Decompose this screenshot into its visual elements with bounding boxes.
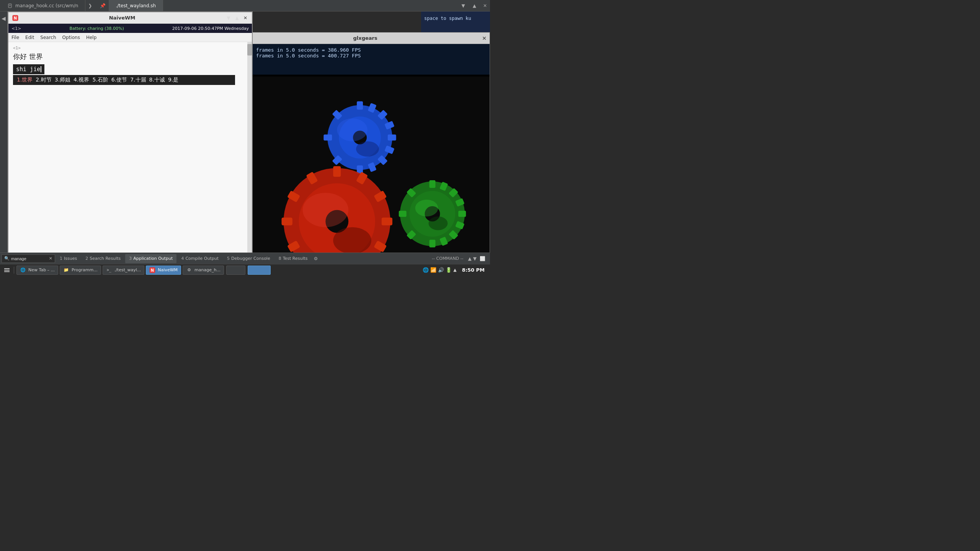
svg-rect-61 (4, 271, 10, 272)
candidate-4[interactable]: 4.视界 (74, 77, 89, 83)
main-content: ◀ N NaiveWM ▼ ▲ ✕ <1> Battery: charing (… (0, 11, 490, 253)
menu-options[interactable]: Options (62, 35, 80, 40)
tab-scroll-down[interactable]: ▼ (457, 3, 469, 8)
tab-settings-icon[interactable]: ⚙ (312, 256, 320, 261)
candidate-6[interactable]: 6.使节 (111, 77, 127, 83)
taskbar-empty-slot-1[interactable] (226, 266, 245, 275)
svg-rect-48 (399, 211, 407, 217)
taskbar-sys-icons: 🌐 📶 🔊 🔋 ▲ (423, 267, 456, 273)
battery-icon: 🔋 (446, 267, 452, 273)
svg-point-21 (337, 119, 368, 142)
system-clock: 8:50 PM (459, 267, 488, 273)
tab-issues[interactable]: 1 Issues (56, 254, 81, 263)
fps-line-1: 5 frames in 5.0 seconds = 386.960 FPS (250, 47, 485, 53)
pinyin-input-bar[interactable]: shi jie (13, 64, 44, 74)
tab-test-label: Test Results (283, 256, 308, 261)
tab-close[interactable]: ✕ (480, 3, 490, 8)
scroll-down-icon[interactable]: ▼ (473, 256, 477, 261)
svg-point-58 (429, 217, 448, 230)
up-arrow-icon[interactable]: ▲ (453, 267, 456, 272)
naive-wm-status-battery: Battery: charing (38.00%) (21, 26, 172, 31)
pinyin-area: shi jie 1.世界 2.时节 3.师姐 4.视界 5.石阶 6.使节 7.… (13, 64, 247, 85)
taskbar-empty-slot-2[interactable] (248, 266, 271, 275)
text-editor-body[interactable]: <1> 你好 世界 shi jie 1.世界 2.时节 3.师姐 4.视界 5. (8, 42, 252, 275)
scroll-up-icon[interactable]: ▲ (468, 256, 472, 261)
command-label: -- COMMAND -- (429, 256, 466, 261)
svg-point-41 (333, 227, 371, 254)
terminal-icon: >_ (106, 267, 112, 273)
naive-wm-status-datetime: 2017-09-06 20:50:47PM Wednesday (172, 26, 249, 31)
search-clear-icon[interactable]: ✕ (49, 256, 52, 261)
candidate-8[interactable]: 8.十诚 (149, 77, 165, 83)
tab-search-results[interactable]: 2 Search Results (82, 254, 124, 263)
tab-debugger[interactable]: 5 Debugger Console (223, 254, 274, 263)
tab-app-output[interactable]: 3 Application Output (125, 254, 176, 263)
system-taskbar: 🌐 New Tab – ... 📁 Programm... >_ ./test_… (0, 264, 490, 276)
menu-help[interactable]: Help (86, 35, 96, 40)
terminal-line-1: space to spawn ku (424, 15, 487, 23)
editor-scrollbar[interactable] (247, 42, 252, 275)
taskbar-app-terminal[interactable]: >_ ./test_wayl... (103, 266, 145, 275)
taskbar-sep-1 (14, 267, 14, 274)
file-icon (7, 3, 13, 9)
svg-point-57 (415, 200, 438, 217)
chinese-text: 你好 世界 (13, 52, 43, 60)
bottom-toolbar: 🔍 ✕ 1 Issues 2 Search Results 3 Applicat… (0, 253, 490, 264)
top-tab-test-wayland[interactable]: ./test_wayland.sh (109, 0, 163, 11)
tab-test-results[interactable]: 8 Test Results (275, 254, 312, 263)
taskbar-app-new-tab[interactable]: 🌐 New Tab – ... (16, 266, 58, 275)
taskbar-app-naive-wm[interactable]: N NaiveWM (146, 266, 181, 275)
pinyin-text: shi jie (16, 66, 40, 73)
wifi-icon[interactable]: 📶 (430, 267, 436, 273)
manage-icon: ⚙ (186, 267, 192, 273)
tab-search-label: Search Results (90, 256, 121, 261)
tab-compile-output[interactable]: 4 Compile Output (177, 254, 222, 263)
chevron-left-icon: ◀ (2, 15, 6, 21)
tab-scroll-up[interactable]: ▲ (469, 3, 480, 8)
naive-wm-statusbar: <1> Battery: charing (38.00%) 2017-09-06… (8, 24, 252, 33)
search-icon: 🔍 (4, 256, 10, 261)
menu-file[interactable]: File (11, 35, 19, 40)
naive-wm-close[interactable]: ✕ (242, 15, 249, 21)
svg-rect-11 (388, 134, 396, 140)
candidate-2[interactable]: 2.时节 (36, 77, 51, 83)
candidate-3[interactable]: 3.师姐 (55, 77, 70, 83)
svg-rect-12 (323, 134, 332, 140)
text-editor: File Edit Search Options Help <1> 你好 世界 … (8, 33, 252, 276)
scrollbar-thumb[interactable] (247, 44, 252, 55)
panel-expand-icon[interactable]: ⬜ (478, 256, 487, 261)
candidate-7[interactable]: 7.十届 (130, 77, 146, 83)
menu-edit[interactable]: Edit (25, 35, 34, 40)
glxgears-close[interactable]: ✕ (482, 35, 487, 41)
volume-icon[interactable]: 🔊 (438, 267, 444, 273)
top-tabbar: manage_hook.cc (src/wm/n ❯ 📌 ./test_wayl… (0, 0, 490, 11)
naive-wm-status-mode: <1> (11, 26, 21, 31)
taskbar-menu-icon[interactable] (2, 266, 11, 275)
naive-wm-window-controls: ▼ ▲ ✕ (225, 15, 249, 21)
taskbar-app-terminal-label: ./test_wayl... (114, 267, 141, 272)
pinyin-candidates[interactable]: 1.世界 2.时节 3.师姐 4.视界 5.石阶 6.使节 7.十届 8.十诚 … (13, 75, 235, 85)
terminal-line-2 (424, 23, 487, 31)
candidate-9[interactable]: 9.是 (168, 77, 178, 83)
folder-icon: 📁 (63, 267, 69, 273)
search-input[interactable] (11, 256, 47, 261)
naive-wm-maximize[interactable]: ▲ (234, 15, 240, 21)
menu-search[interactable]: Search (40, 35, 56, 40)
network-icon[interactable]: 🌐 (423, 267, 429, 273)
candidate-5[interactable]: 5.石阶 (92, 77, 108, 83)
svg-rect-9 (357, 101, 363, 110)
sidebar-toggle[interactable]: ◀ (0, 11, 8, 253)
taskbar-app-manage-h[interactable]: ⚙ manage_h... (183, 266, 224, 275)
tab-compile-label: Compile Output (185, 256, 219, 261)
svg-rect-26 (333, 166, 341, 177)
bottom-toolbar-right: -- COMMAND -- ▲ ▼ ⬜ (429, 256, 488, 261)
naive-wm-taskbar-icon: N (149, 267, 155, 273)
tab-compile-num: 4 (181, 256, 184, 261)
top-tab-manage-hook[interactable]: manage_hook.cc (src/wm/n (0, 0, 85, 11)
pin-icon[interactable]: 📌 (97, 3, 109, 8)
naive-wm-minimize[interactable]: ▼ (225, 15, 232, 21)
glxgears-terminal: 5 frames in 5.0 seconds = 386.960 FPS 4 … (245, 44, 490, 75)
search-area[interactable]: 🔍 ✕ (2, 254, 55, 263)
terminal-icon[interactable]: ❯ (85, 0, 95, 11)
taskbar-app-programm[interactable]: 📁 Programm... (60, 266, 101, 275)
